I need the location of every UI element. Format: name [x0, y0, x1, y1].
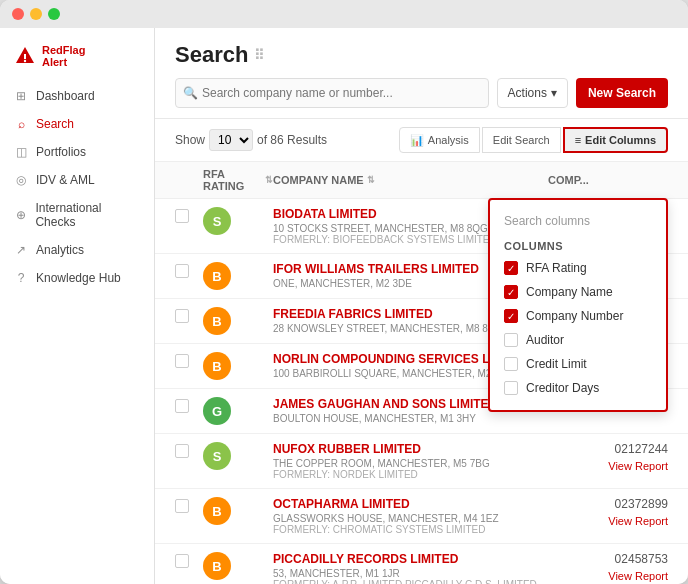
row-checkbox[interactable]: [175, 352, 203, 368]
row-rating: S: [203, 442, 273, 470]
company-name-link[interactable]: PICCADILLY RECORDS LIMITED: [273, 552, 548, 566]
dropdown-item-label: Company Number: [526, 309, 623, 323]
svg-point-2: [24, 60, 26, 62]
show-select[interactable]: 10 25 50: [209, 129, 253, 151]
row-rating: B: [203, 497, 273, 525]
sidebar-item-label: Search: [36, 117, 74, 131]
sidebar-item-idv-aml[interactable]: ◎ IDV & AML: [0, 166, 154, 194]
company-name-link[interactable]: NUFOX RUBBER LIMITED: [273, 442, 548, 456]
new-search-button[interactable]: New Search: [576, 78, 668, 108]
sort-icon: ⇅: [367, 175, 375, 185]
view-report-link[interactable]: View Report: [608, 460, 668, 472]
toolbar: 🔍 Actions ▾ New Search: [175, 78, 668, 108]
table-row: B OCTAPHARMA LIMITED GLASSWORKS HOUSE, M…: [155, 489, 688, 544]
row-checkbox[interactable]: [175, 307, 203, 323]
tab-edit-columns[interactable]: ≡ Edit Columns: [563, 127, 668, 153]
tab-analysis[interactable]: 📊 Analysis: [399, 127, 480, 153]
row-checkbox[interactable]: [175, 262, 203, 278]
th-rfa-rating: RFA RATING ⇅: [203, 168, 273, 192]
row-checkbox[interactable]: [175, 552, 203, 568]
analytics-icon: ↗: [14, 243, 28, 257]
close-dot[interactable]: [12, 8, 24, 20]
content-area: Show 10 25 50 of 86 Results 📊 Analysis: [155, 119, 688, 584]
company-formerly: FORMERLY: NORDEK LIMITED: [273, 469, 548, 480]
dropdown-item[interactable]: RFA Rating: [490, 256, 666, 280]
dropdown-checkbox[interactable]: [504, 357, 518, 371]
view-report-link[interactable]: View Report: [608, 570, 668, 582]
row-checkbox[interactable]: [175, 207, 203, 223]
dropdown-checkbox[interactable]: [504, 381, 518, 395]
sidebar-item-label: Portfolios: [36, 145, 86, 159]
dropdown-checkbox[interactable]: [504, 309, 518, 323]
company-address: GLASSWORKS HOUSE, MANCHESTER, M4 1EZ: [273, 513, 548, 524]
dropdown-item[interactable]: Company Name: [490, 280, 666, 304]
dropdown-item-label: Creditor Days: [526, 381, 599, 395]
checkbox-header: [175, 168, 203, 192]
international-icon: ⊕: [14, 208, 27, 222]
search-icon: ⌕: [14, 117, 28, 131]
sidebar: RedFlagAlert ⊞ Dashboard ⌕ Search ◫ Port…: [0, 28, 155, 584]
th-company-name: COMPANY NAME ⇅: [273, 168, 548, 192]
logo: RedFlagAlert: [0, 40, 154, 82]
logo-text: RedFlagAlert: [42, 44, 85, 68]
table-row: S NUFOX RUBBER LIMITED THE COPPER ROOM, …: [155, 434, 688, 489]
row-checkbox[interactable]: [175, 497, 203, 513]
chevron-down-icon: ▾: [551, 86, 557, 100]
company-number: 02372899: [615, 497, 668, 511]
dropdown-checkbox[interactable]: [504, 285, 518, 299]
view-report-link[interactable]: View Report: [608, 515, 668, 527]
company-number: 02458753: [615, 552, 668, 566]
row-checkbox[interactable]: [175, 442, 203, 458]
tab-group: 📊 Analysis Edit Search ≡ Edit Columns: [399, 127, 668, 153]
maximize-dot[interactable]: [48, 8, 60, 20]
row-checkbox[interactable]: [175, 397, 203, 413]
show-controls: Show 10 25 50 of 86 Results: [175, 129, 327, 151]
sidebar-item-analytics[interactable]: ↗ Analytics: [0, 236, 154, 264]
dropdown-section: Columns: [490, 236, 666, 256]
search-input[interactable]: [175, 78, 489, 108]
sidebar-item-dashboard[interactable]: ⊞ Dashboard: [0, 82, 154, 110]
dropdown-checkbox[interactable]: [504, 333, 518, 347]
columns-icon: ≡: [575, 134, 581, 146]
dropdown-item[interactable]: Company Number: [490, 304, 666, 328]
actions-button[interactable]: Actions ▾: [497, 78, 568, 108]
sidebar-item-search[interactable]: ⌕ Search: [0, 110, 154, 138]
results-bar: Show 10 25 50 of 86 Results 📊 Analysis: [155, 119, 688, 162]
analysis-icon: 📊: [410, 134, 424, 147]
sidebar-item-international[interactable]: ⊕ International Checks: [0, 194, 154, 236]
tab-edit-search[interactable]: Edit Search: [482, 127, 561, 153]
table-wrap: RFA RATING ⇅ COMPANY NAME ⇅ COMP...: [155, 162, 688, 584]
dropdown-title: Search columns: [490, 210, 666, 236]
dropdown-checkbox[interactable]: [504, 261, 518, 275]
logo-icon: [14, 45, 36, 67]
company-formerly: FORMERLY: CHROMATIC SYSTEMS LIMITED: [273, 524, 548, 535]
row-rating: S: [203, 207, 273, 235]
dropdown-item[interactable]: Creditor Days: [490, 376, 666, 400]
minimize-dot[interactable]: [30, 8, 42, 20]
dropdown-item[interactable]: Auditor: [490, 328, 666, 352]
sidebar-item-portfolios[interactable]: ◫ Portfolios: [0, 138, 154, 166]
th-company-number: COMP...: [548, 168, 668, 192]
portfolios-icon: ◫: [14, 145, 28, 159]
row-company-info: NUFOX RUBBER LIMITED THE COPPER ROOM, MA…: [273, 442, 548, 480]
row-rating: B: [203, 262, 273, 290]
page-title: Search ⠿: [175, 42, 668, 68]
row-rating: G: [203, 397, 273, 425]
main-content: Search ⠿ 🔍 Actions ▾ New Search: [155, 28, 688, 584]
company-address: BOULTON HOUSE, MANCHESTER, M1 3HY: [273, 413, 548, 424]
row-company-info: OCTAPHARMA LIMITED GLASSWORKS HOUSE, MAN…: [273, 497, 548, 535]
sidebar-item-label: International Checks: [35, 201, 140, 229]
company-address: THE COPPER ROOM, MANCHESTER, M5 7BG: [273, 458, 548, 469]
row-rating: B: [203, 352, 273, 380]
row-company-info: PICCADILLY RECORDS LIMITED 53, MANCHESTE…: [273, 552, 548, 584]
row-number-report: 02372899 View Report: [548, 497, 668, 527]
company-number: 02127244: [615, 442, 668, 456]
idv-icon: ◎: [14, 173, 28, 187]
sidebar-item-knowledge[interactable]: ? Knowledge Hub: [0, 264, 154, 292]
dropdown-item[interactable]: Credit Limit: [490, 352, 666, 376]
dropdown-item-label: RFA Rating: [526, 261, 587, 275]
company-name-link[interactable]: OCTAPHARMA LIMITED: [273, 497, 548, 511]
dropdown-item-label: Credit Limit: [526, 357, 587, 371]
company-address: 53, MANCHESTER, M1 1JR: [273, 568, 548, 579]
search-wrap: 🔍: [175, 78, 489, 108]
